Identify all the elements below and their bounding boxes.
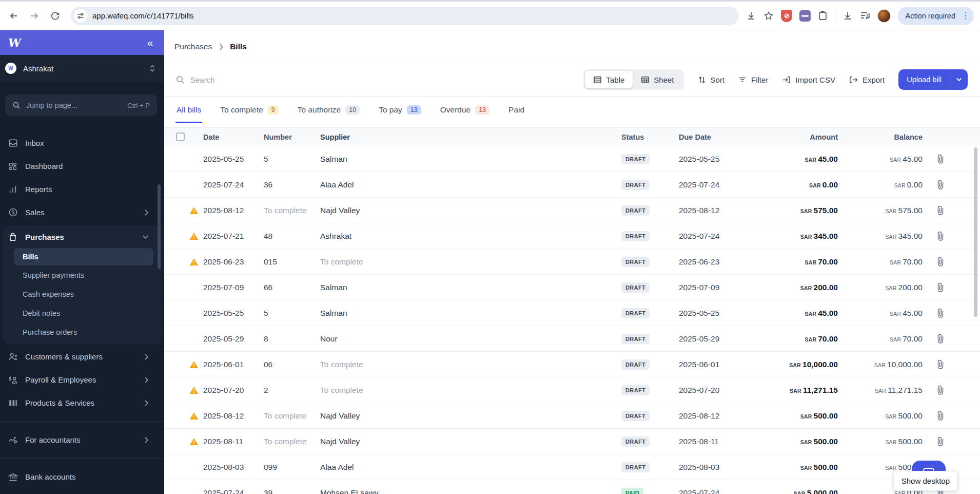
paperclip-icon[interactable] [936, 154, 945, 164]
paperclip-icon[interactable] [936, 257, 945, 267]
url-text[interactable]: app.wafeq.com/c/141771/bills [92, 11, 194, 20]
bill-row[interactable]: 2025-08-11 To complete Najd Valley DRAFT… [164, 429, 980, 454]
sidebar-item-dashboard[interactable]: Dashboard [0, 155, 164, 178]
paperclip-icon[interactable] [936, 205, 945, 215]
jump-to-page-input[interactable]: Jump to page... Ctrl + P [5, 94, 157, 116]
sidebar-item-debit-notes[interactable]: Debit notes [3, 303, 162, 322]
tab-label: To pay [379, 105, 402, 115]
company-switcher[interactable]: W Ashrakat [0, 55, 164, 82]
paperclip-icon[interactable] [936, 180, 945, 189]
site-info-icon[interactable] [74, 9, 87, 23]
bar-chart-icon [8, 185, 18, 194]
tab-overdue[interactable]: Overdue 13 [440, 97, 489, 123]
tab-paid[interactable]: Paid [508, 97, 524, 123]
paperclip-icon[interactable] [936, 282, 945, 292]
sidebar-item-reports[interactable]: Reports [0, 178, 164, 201]
tab-to-complete[interactable]: To complete 9 [220, 97, 279, 123]
paperclip-icon[interactable] [936, 231, 945, 241]
upload-bill-button[interactable]: Upload bill [898, 69, 968, 90]
media-controls-icon[interactable] [860, 11, 870, 21]
bill-row[interactable]: 2025-08-12 To complete Najd Valley DRAFT… [164, 403, 980, 429]
sidebar-item-customers-suppliers[interactable]: Customers & suppliers [0, 345, 164, 368]
status-badge: DRAFT [621, 257, 650, 267]
export-button[interactable]: Export [849, 75, 885, 84]
paperclip-icon[interactable] [936, 359, 945, 369]
download-icon[interactable] [746, 11, 756, 21]
bill-amount: SAR11,271.15 [761, 386, 838, 395]
bill-row[interactable]: 2025-06-01 06 To complete DRAFT 2025-06-… [164, 352, 980, 377]
browser-forward-button[interactable] [26, 7, 43, 25]
sidebar-item-payroll-employees[interactable]: Payroll & Employees [0, 368, 164, 391]
bill-row[interactable]: 2025-05-29 8 Nour DRAFT 2025-05-29 SAR70… [164, 326, 980, 352]
import-csv-button[interactable]: Import CSV [782, 75, 835, 84]
purple-extension-icon[interactable] [799, 10, 811, 22]
view-sheet-button[interactable]: Sheet [633, 71, 682, 88]
bill-row[interactable]: 2025-06-23 015 To complete DRAFT 2025-06… [164, 249, 980, 275]
col-header-number[interactable]: Number [264, 133, 320, 141]
currency-label: SAR [800, 285, 812, 291]
action-required-button[interactable]: Action required ⋮ [898, 7, 974, 25]
search-input[interactable] [190, 75, 344, 84]
currency-label: SAR [805, 259, 816, 265]
bill-row[interactable]: 2025-07-20 2 To complete DRAFT 2025-07-2… [164, 377, 980, 403]
sidebar-item-purchases[interactable]: Purchases [3, 225, 162, 248]
bill-due-date: 2025-05-25 [679, 309, 761, 318]
bill-row[interactable]: 2025-07-24 39 Mohsen ELsawy PAID 2025-07… [164, 480, 980, 494]
search-box[interactable] [175, 75, 570, 84]
sidebar-item-bank-accounts[interactable]: Bank accounts [0, 465, 164, 488]
bookmark-star-icon[interactable] [763, 11, 774, 21]
paperclip-icon[interactable] [936, 385, 945, 395]
sort-button[interactable]: Sort [698, 75, 725, 84]
col-header-due-date[interactable]: Due Date [679, 133, 761, 141]
sidebar-item-supplier-payments[interactable]: Supplier payments [3, 265, 162, 284]
clipboard-extension-icon[interactable] [818, 10, 828, 21]
paperclip-icon[interactable] [936, 334, 945, 344]
tab-to-pay[interactable]: To pay 13 [379, 97, 421, 123]
bill-row[interactable]: 2025-08-03 099 Alaa Adel DRAFT 2025-08-0… [164, 454, 980, 480]
col-header-supplier[interactable]: Supplier [320, 133, 621, 141]
upload-bill-dropdown[interactable] [950, 69, 968, 90]
bill-row[interactable]: 2025-07-24 36 Alaa Adel DRAFT 2025-07-24… [164, 172, 980, 198]
col-header-date[interactable]: Date [203, 133, 264, 141]
show-desktop-tooltip[interactable]: Show desktop [894, 471, 957, 491]
view-table-button[interactable]: Table [585, 71, 633, 88]
collapse-sidebar-icon[interactable]: « [147, 37, 153, 48]
col-header-amount[interactable]: Amount [761, 133, 838, 141]
col-header-balance[interactable]: Balance [838, 133, 923, 141]
bill-row[interactable]: 2025-07-21 48 Ashrakat DRAFT 2025-07-24 … [164, 223, 980, 249]
select-all-checkbox[interactable] [176, 132, 185, 141]
filter-button[interactable]: Filter [738, 75, 768, 84]
bill-row[interactable]: 2025-05-25 5 Salman DRAFT 2025-05-25 SAR… [164, 300, 980, 326]
sidebar-header: W « [0, 30, 164, 55]
browser-reload-button[interactable] [46, 7, 64, 25]
adblock-extension-icon[interactable]: ⊘ [781, 10, 792, 22]
bill-balance: SAR200.00 [838, 283, 923, 292]
sidebar-item-label: Bank accounts [25, 472, 149, 481]
chrome-menu-icon[interactable]: ⋮ [961, 10, 971, 21]
bill-date: 2025-08-03 [203, 463, 264, 472]
address-bar[interactable]: app.wafeq.com/c/141771/bills [71, 7, 739, 25]
bill-row[interactable]: 2025-08-12 To complete Najd Valley DRAFT… [164, 198, 980, 223]
bill-row[interactable]: 2025-07-09 66 Salman DRAFT 2025-07-09 SA… [164, 275, 980, 300]
sidebar-item-products-services[interactable]: Products & Services [0, 391, 164, 414]
sidebar-item-inbox[interactable]: Inbox [0, 131, 164, 155]
tab-all-bills[interactable]: All bills [177, 97, 201, 123]
paperclip-icon[interactable] [936, 308, 945, 318]
col-header-status[interactable]: Status [621, 133, 679, 141]
browser-back-button[interactable] [5, 7, 23, 25]
table-scrollbar[interactable] [974, 147, 977, 317]
profile-avatar[interactable] [877, 9, 891, 23]
paperclip-icon[interactable] [936, 411, 945, 421]
sidebar-scrollbar[interactable] [158, 184, 161, 269]
sidebar-item-bills[interactable]: Bills [14, 248, 153, 265]
bill-row[interactable]: 2025-05-25 5 Salman DRAFT 2025-05-25 SAR… [164, 146, 980, 172]
sidebar-item-sales[interactable]: Sales [0, 201, 164, 224]
sidebar-item-for-accountants[interactable]: For accountants [0, 428, 164, 451]
breadcrumb-purchases[interactable]: Purchases [174, 42, 212, 51]
downloads-tray-icon[interactable] [842, 11, 853, 21]
tab-to-authorize[interactable]: To authorize 10 [298, 97, 360, 123]
dashboard-icon [8, 162, 18, 171]
sidebar-item-cash-expenses[interactable]: Cash expenses [3, 284, 162, 303]
paperclip-icon[interactable] [936, 436, 945, 446]
sidebar-item-purchase-orders[interactable]: Purchase orders [3, 322, 162, 341]
